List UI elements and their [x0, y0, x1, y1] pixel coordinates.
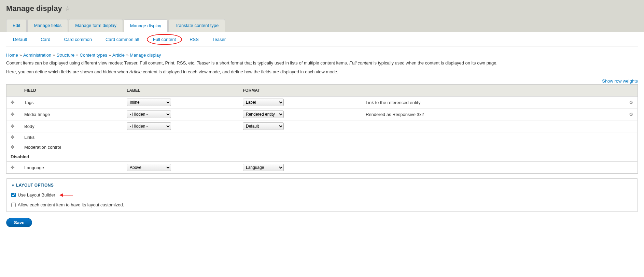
secondary-tab-teaser[interactable]: Teaser: [206, 35, 233, 43]
field-name: Media Image: [20, 108, 123, 120]
secondary-tab-card[interactable]: Card: [34, 35, 57, 43]
drag-handle-icon[interactable]: ✥: [11, 112, 16, 117]
gear-icon[interactable]: ⚙: [629, 100, 633, 105]
format-select[interactable]: Label: [243, 99, 284, 106]
triangle-down-icon: ▼: [11, 184, 15, 187]
breadcrumb-content-types[interactable]: Content types: [80, 53, 107, 58]
format-settings-summary: [362, 132, 624, 142]
star-icon[interactable]: ☆: [65, 5, 70, 12]
page-title: Manage display: [6, 4, 62, 13]
table-row: ✥LanguageAboveLanguage: [6, 162, 638, 174]
primary-tab-edit[interactable]: Edit: [6, 19, 27, 32]
field-name: Links: [20, 132, 123, 142]
primary-tabs: EditManage fieldsManage form displayMana…: [6, 19, 638, 32]
drag-handle-icon[interactable]: ✥: [11, 134, 16, 140]
table-row: ✥Media Image- Hidden -Rendered entityRen…: [6, 108, 638, 120]
secondary-tab-default[interactable]: Default: [6, 35, 34, 43]
field-name: Tags: [20, 97, 123, 108]
show-row-weights-link[interactable]: Show row weights: [602, 78, 638, 84]
layout-options-summary[interactable]: ▼ Layout options: [11, 183, 633, 188]
format-settings-summary: [362, 120, 624, 132]
primary-tab-manage-form-display[interactable]: Manage form display: [69, 19, 123, 32]
primary-tab-translate-content-type[interactable]: Translate content type: [168, 19, 225, 32]
breadcrumb-article[interactable]: Article: [112, 53, 125, 58]
th-field: Field: [20, 85, 123, 97]
label-select[interactable]: - Hidden -: [127, 111, 171, 118]
th-label: Label: [123, 85, 239, 97]
primary-tab-manage-display[interactable]: Manage display: [124, 19, 168, 32]
format-settings-summary: [362, 142, 624, 152]
label-select[interactable]: - Hidden -: [127, 122, 171, 130]
table-row: ✥Body- Hidden -Default: [6, 120, 638, 132]
format-select[interactable]: Rendered entity: [243, 111, 284, 118]
label-select[interactable]: Inline: [127, 99, 171, 106]
format-select[interactable]: Language: [243, 164, 284, 171]
secondary-tab-card-common-alt[interactable]: Card common alt: [99, 35, 146, 43]
drag-handle-icon[interactable]: ✥: [11, 144, 16, 150]
primary-tab-manage-fields[interactable]: Manage fields: [27, 19, 68, 32]
help-text-1: Content items can be displayed using dif…: [6, 60, 638, 67]
breadcrumb-home[interactable]: Home: [6, 53, 18, 58]
breadcrumb-manage-display[interactable]: Manage display: [130, 53, 161, 58]
format-settings-summary: Rendered as Responsive 3x2: [362, 108, 624, 120]
secondary-tabs: DefaultCardCard commonCard common altFul…: [6, 32, 638, 46]
th-format: Format: [239, 85, 362, 97]
label-select[interactable]: Above: [127, 164, 171, 171]
format-select[interactable]: Default: [243, 122, 284, 130]
allow-customize-label[interactable]: Allow each content item to have its layo…: [18, 202, 124, 207]
use-layout-builder-checkbox[interactable]: [11, 193, 16, 197]
breadcrumb-structure[interactable]: Structure: [57, 53, 75, 58]
breadcrumb-administration[interactable]: Administration: [23, 53, 51, 58]
help-text-2: Here, you can define which fields are sh…: [6, 69, 638, 75]
field-name: Moderation control: [20, 142, 123, 152]
svg-marker-1: [59, 193, 63, 197]
table-row: ✥TagsInlineLabelLink to the referenced e…: [6, 97, 638, 108]
arrow-annotation-icon: [59, 193, 73, 198]
layout-options-details: ▼ Layout options Use Layout Builder Allo…: [6, 178, 638, 212]
drag-handle-icon[interactable]: ✥: [11, 165, 16, 170]
table-row: ✥Moderation control: [6, 142, 638, 152]
drag-handle-icon[interactable]: ✥: [11, 100, 16, 105]
gear-icon[interactable]: ⚙: [629, 112, 633, 117]
breadcrumb: Home»Administration»Structure»Content ty…: [6, 53, 638, 58]
secondary-tab-card-common[interactable]: Card common: [57, 35, 99, 43]
table-row: ✥Links: [6, 132, 638, 142]
field-name: Language: [20, 162, 123, 174]
use-layout-builder-label[interactable]: Use Layout Builder: [18, 192, 55, 198]
disabled-section-row: Disabled: [6, 152, 638, 162]
drag-handle-icon[interactable]: ✥: [11, 123, 16, 129]
format-settings-summary: Link to the referenced entity: [362, 97, 624, 108]
field-name: Body: [20, 120, 123, 132]
allow-customize-checkbox[interactable]: [11, 203, 16, 207]
secondary-tab-full-content[interactable]: Full content: [146, 35, 183, 43]
fields-table: Field Label Format ✥TagsInlineLabelLink …: [6, 84, 638, 174]
format-settings-summary: [362, 162, 624, 174]
secondary-tab-rss[interactable]: RSS: [183, 35, 206, 43]
save-button[interactable]: Save: [6, 218, 32, 227]
